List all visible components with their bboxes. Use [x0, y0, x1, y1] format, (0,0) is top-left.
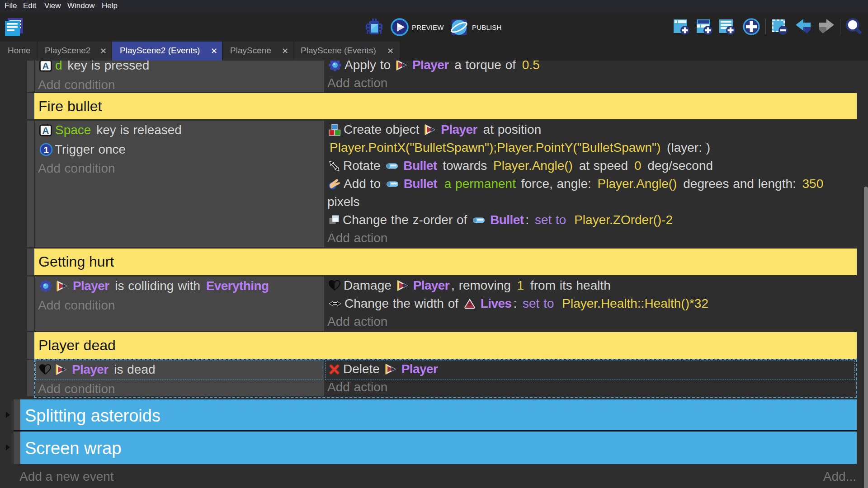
svg-text:A: A [42, 125, 49, 136]
svg-text:1: 1 [43, 144, 49, 155]
svg-text:A: A [42, 61, 49, 71]
